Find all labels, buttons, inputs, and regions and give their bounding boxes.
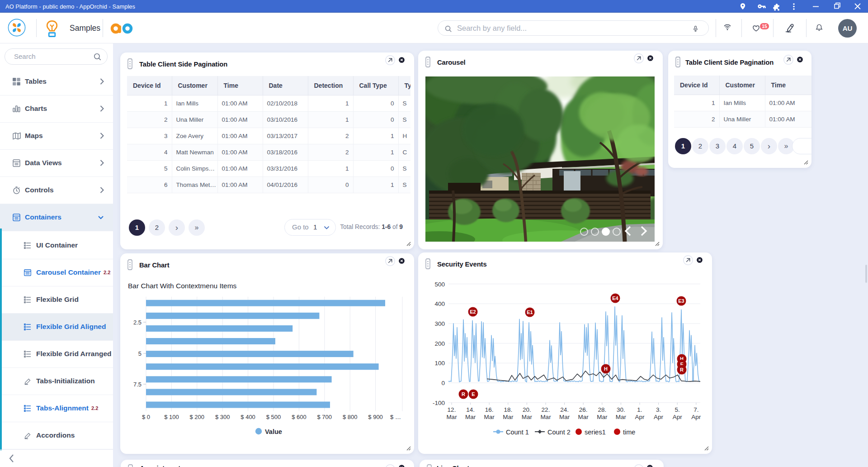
svg-text:R: R	[680, 367, 684, 372]
svg-text:20.: 20.	[523, 406, 531, 413]
svg-text:R: R	[462, 391, 465, 397]
svg-text:E3: E3	[678, 298, 684, 304]
svg-text:5.: 5.	[675, 406, 680, 413]
svg-text:500: 500	[434, 281, 445, 288]
svg-text:$ 600: $ 600	[292, 414, 307, 420]
svg-text:Count 1: Count 1	[506, 429, 529, 436]
svg-text:2.5: 2.5	[133, 319, 142, 326]
svg-text:12.: 12.	[448, 406, 456, 413]
svg-text:24.: 24.	[560, 406, 569, 413]
svg-text:7.: 7.	[693, 406, 698, 413]
svg-text:28.: 28.	[598, 406, 606, 413]
svg-text:3.: 3.	[656, 406, 661, 413]
svg-text:$ 100: $ 100	[164, 414, 179, 420]
svg-text:$ 200: $ 200	[190, 414, 205, 420]
svg-text:100: 100	[434, 360, 445, 367]
svg-text:Mar: Mar	[540, 414, 551, 420]
svg-text:Apr: Apr	[673, 414, 683, 420]
svg-text:Mar: Mar	[484, 414, 495, 420]
svg-text:Mar: Mar	[503, 414, 514, 420]
svg-text:Count 2: Count 2	[547, 429, 571, 436]
svg-text:26.: 26.	[579, 406, 588, 413]
svg-text:$ …: $ …	[390, 414, 401, 420]
svg-text:Value: Value	[265, 428, 282, 435]
svg-text:$ 500: $ 500	[266, 414, 281, 420]
svg-text:7.5: 7.5	[133, 381, 142, 388]
svg-text:$ 300: $ 300	[215, 414, 230, 420]
svg-text:$ 400: $ 400	[241, 414, 255, 420]
svg-text:Bar Chart With Contextmenu Ite: Bar Chart With Contextmenu Items	[128, 282, 237, 290]
svg-text:$ 800: $ 800	[343, 414, 358, 420]
svg-text:Mar: Mar	[559, 414, 570, 420]
svg-text:0: 0	[441, 380, 445, 386]
svg-text:22.: 22.	[542, 406, 550, 413]
svg-text:30.: 30.	[617, 406, 625, 413]
svg-text:200: 200	[434, 340, 445, 347]
svg-text:16.: 16.	[485, 406, 494, 413]
svg-text:E4: E4	[612, 295, 618, 301]
svg-text:400: 400	[434, 300, 445, 307]
svg-text:series1: series1	[585, 429, 606, 436]
svg-text:Apr: Apr	[635, 414, 645, 420]
svg-text:Mar: Mar	[465, 414, 476, 420]
svg-text:E2: E2	[470, 309, 476, 315]
svg-text:1.: 1.	[637, 406, 642, 413]
svg-text:Apr: Apr	[691, 414, 701, 420]
svg-text:Mar: Mar	[597, 414, 608, 420]
svg-text:Mar: Mar	[522, 414, 533, 420]
svg-text:Mar: Mar	[578, 414, 589, 420]
svg-text:5: 5	[138, 350, 142, 357]
svg-text:time: time	[623, 429, 635, 436]
svg-text:$ 0: $ 0	[142, 414, 150, 420]
svg-text:14.: 14.	[466, 406, 475, 413]
svg-text:H: H	[604, 366, 608, 372]
svg-text:E: E	[472, 391, 475, 397]
svg-text:-100: -100	[433, 400, 445, 406]
svg-text:E1: E1	[527, 310, 533, 315]
svg-text:$ 700: $ 700	[317, 414, 332, 420]
svg-text:Mar: Mar	[616, 414, 627, 420]
svg-text:Mar: Mar	[446, 414, 457, 420]
svg-text:300: 300	[434, 320, 445, 327]
svg-text:Apr: Apr	[654, 414, 664, 420]
svg-text:18.: 18.	[504, 406, 512, 413]
svg-text:$ 900: $ 900	[368, 414, 383, 420]
